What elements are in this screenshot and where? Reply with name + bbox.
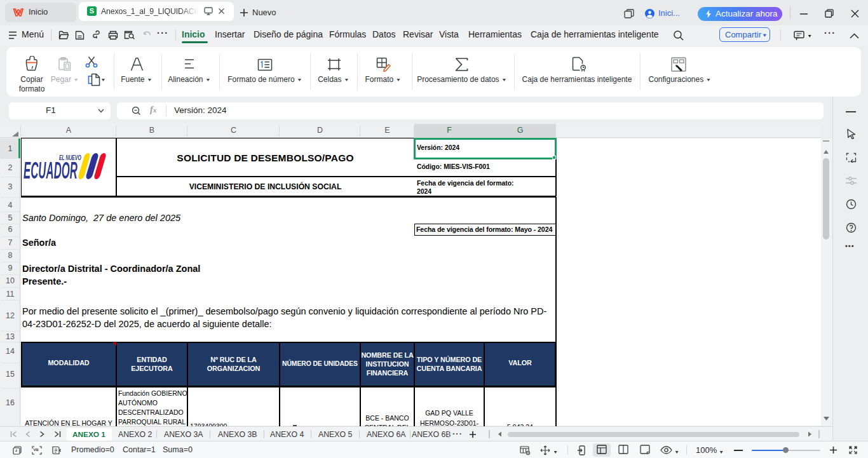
svg-text:VB: VB <box>34 448 39 452</box>
